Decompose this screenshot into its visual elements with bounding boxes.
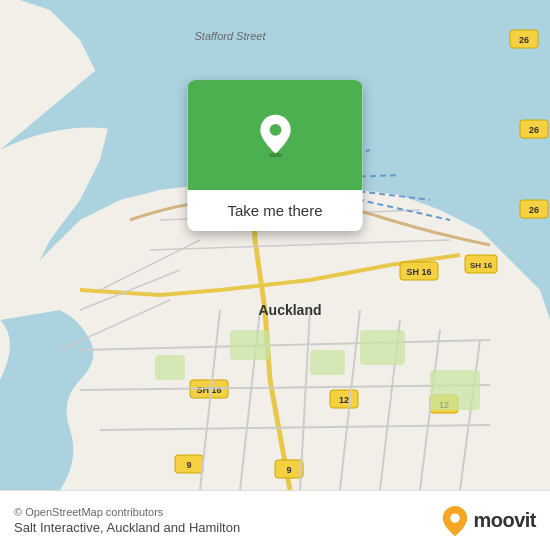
location-card: Take me there <box>188 80 363 231</box>
svg-rect-59 <box>430 370 480 410</box>
bottom-subtitle: Salt Interactive, Auckland and Hamilton <box>14 520 240 535</box>
moovit-logo: moovit <box>441 505 536 537</box>
svg-rect-57 <box>155 355 185 380</box>
svg-text:26: 26 <box>519 35 529 45</box>
take-me-there-button[interactable]: Take me there <box>188 190 363 231</box>
svg-point-62 <box>451 513 460 522</box>
moovit-pin-icon <box>441 505 469 537</box>
map-pin-icon <box>253 113 297 157</box>
moovit-text: moovit <box>473 509 536 532</box>
svg-text:SH 16: SH 16 <box>406 267 431 277</box>
svg-text:12: 12 <box>339 395 349 405</box>
svg-text:Auckland: Auckland <box>258 302 321 318</box>
svg-text:SH 16: SH 16 <box>470 261 493 270</box>
bottom-bar: © OpenStreetMap contributors Salt Intera… <box>0 490 550 550</box>
card-green-section <box>188 80 363 190</box>
svg-rect-58 <box>360 330 405 365</box>
copyright-text: © OpenStreetMap contributors <box>14 506 240 518</box>
svg-text:26: 26 <box>529 125 539 135</box>
svg-text:Stafford Street: Stafford Street <box>195 30 267 42</box>
svg-point-61 <box>269 124 281 136</box>
svg-text:26: 26 <box>529 205 539 215</box>
map-svg: SH 16 SH 16 9 9 12 12 26 26 26 SH 16 <box>0 0 550 490</box>
svg-rect-56 <box>310 350 345 375</box>
svg-rect-55 <box>230 330 270 360</box>
svg-text:9: 9 <box>286 465 291 475</box>
svg-text:SH 16: SH 16 <box>196 385 221 395</box>
map-container: SH 16 SH 16 9 9 12 12 26 26 26 SH 16 <box>0 0 550 490</box>
svg-text:9: 9 <box>186 460 191 470</box>
